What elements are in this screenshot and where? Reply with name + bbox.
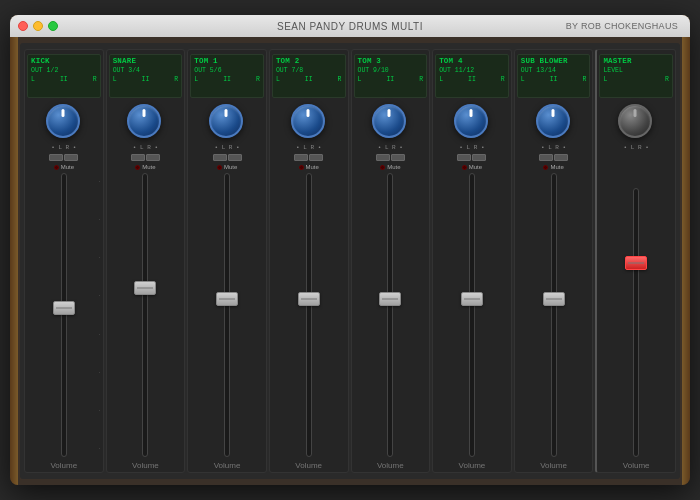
channel-tom3-mute-led	[380, 165, 385, 170]
channel-tom1-knob-area	[209, 104, 245, 140]
channel-master-fader-handle[interactable]	[625, 256, 647, 270]
channel-tom3-knob-area	[372, 104, 408, 140]
channel-tom4-fader-handle[interactable]	[461, 292, 483, 306]
channel-tom4-fader-track[interactable]	[469, 173, 475, 457]
channel-kick-knob[interactable]	[46, 104, 80, 138]
fullscreen-button[interactable]	[48, 21, 58, 31]
mixer-window: SEAN PANDY DRUMS MULTI BY ROB CHOKENGHAU…	[10, 15, 690, 485]
channel-tom3-fader-track[interactable]	[387, 173, 393, 457]
channel-tom4-buttons	[435, 154, 509, 161]
channel-tom4-mute-label[interactable]: Mute	[469, 164, 482, 170]
channel-snare-knob[interactable]	[127, 104, 161, 138]
channel-tom1-btn1[interactable]	[213, 154, 227, 161]
channel-snare-fader-wrapper	[109, 173, 183, 457]
channel-sub-btn1[interactable]	[539, 154, 553, 161]
channel-snare-btn1[interactable]	[131, 154, 145, 161]
channel-tom4-mute-led	[462, 165, 467, 170]
channel-snare-fader-track[interactable]	[142, 173, 148, 457]
traffic-lights	[18, 21, 58, 31]
channel-tom4-lcd: TOM 4 OUT 11/12 LIIR	[435, 54, 509, 98]
minimize-button[interactable]	[33, 21, 43, 31]
mixer-body: KICK OUT 1/2 LIIR • L R • Mute	[20, 43, 680, 479]
channel-tom3-knob[interactable]	[372, 104, 406, 138]
channel-snare-mute-row: Mute	[109, 164, 183, 170]
channel-master-knob-area	[618, 104, 654, 140]
channel-snare-lr: LIIR	[113, 76, 179, 83]
channel-tom2-btn1[interactable]	[294, 154, 308, 161]
channel-tom3-volume-label: Volume	[377, 461, 404, 470]
channel-tom2-mute-led	[299, 165, 304, 170]
channel-tom3-mute-label[interactable]: Mute	[387, 164, 400, 170]
channel-master-name: MASTER	[603, 57, 669, 67]
channel-tom3-lr-label: • L R •	[378, 144, 403, 151]
channel-tom1-mute-led	[217, 165, 222, 170]
channel-tom3-out: OUT 9/10	[358, 67, 424, 75]
channel-sub-out: OUT 13/14	[521, 67, 587, 75]
channel-tom1-fader-track[interactable]	[224, 173, 230, 457]
channel-tom1-mute-label[interactable]: Mute	[224, 164, 237, 170]
channel-snare-btn2[interactable]	[146, 154, 160, 161]
channel-master-volume-label: Volume	[623, 461, 650, 470]
channel-tom3-btn1[interactable]	[376, 154, 390, 161]
channel-snare-lr-label: • L R •	[133, 144, 158, 151]
channel-kick-out: OUT 1/2	[31, 67, 97, 75]
channel-master-knob[interactable]	[618, 104, 652, 138]
channel-tom2-buttons	[272, 154, 346, 161]
channel-sub-knob-area	[536, 104, 572, 140]
channel-snare-fader-handle[interactable]	[134, 281, 156, 295]
channel-tom2-fader-wrapper	[272, 173, 346, 457]
channel-sub-mute-row: Mute	[517, 164, 591, 170]
channel-tom1-volume-label: Volume	[214, 461, 241, 470]
channel-kick-btn1[interactable]	[49, 154, 63, 161]
channel-tom2-lr-label: • L R •	[296, 144, 321, 151]
channel-tom2-fader-track[interactable]	[306, 173, 312, 457]
channel-master-lr-label: • L R •	[624, 144, 649, 151]
channel-tom3-buttons	[354, 154, 428, 161]
channel-tom2-mute-label[interactable]: Mute	[306, 164, 319, 170]
channel-sub-btn2[interactable]	[554, 154, 568, 161]
channel-tom3: TOM 3 OUT 9/10 LIIR • L R • Mute Vol	[351, 49, 431, 473]
channel-sub-knob[interactable]	[536, 104, 570, 138]
channel-kick-lr-label: • L R •	[51, 144, 76, 151]
channel-tom2-fader-handle[interactable]	[298, 292, 320, 306]
channel-kick-mute-label[interactable]: Mute	[61, 164, 74, 170]
channel-sub-mute-label[interactable]: Mute	[550, 164, 563, 170]
channel-tom4-name: TOM 4	[439, 57, 505, 67]
channel-sub-fader-wrapper	[517, 173, 591, 457]
channel-kick-mute-row: Mute	[27, 164, 101, 170]
channel-snare: SNARE OUT 3/4 LIIR • L R • Mute Volu	[106, 49, 186, 473]
channel-tom3-lcd: TOM 3 OUT 9/10 LIIR	[354, 54, 428, 98]
window-title: SEAN PANDY DRUMS MULTI	[277, 21, 423, 32]
channel-tom1-btn2[interactable]	[228, 154, 242, 161]
channel-tom1-fader-handle[interactable]	[216, 292, 238, 306]
channel-tom1-buttons	[190, 154, 264, 161]
channel-tom3-fader-handle[interactable]	[379, 292, 401, 306]
channel-master-fader-track[interactable]	[633, 188, 639, 457]
channel-tom1-knob[interactable]	[209, 104, 243, 138]
channel-tom2-knob[interactable]	[291, 104, 325, 138]
channel-tom2-lcd: TOM 2 OUT 7/8 LIIR	[272, 54, 346, 98]
close-button[interactable]	[18, 21, 28, 31]
channel-tom2-volume-label: Volume	[295, 461, 322, 470]
channel-sub-fader-track[interactable]	[551, 173, 557, 457]
channel-kick-btn2[interactable]	[64, 154, 78, 161]
channel-kick-fader-handle[interactable]	[53, 301, 75, 315]
channel-tom4-lr: LIIR	[439, 76, 505, 83]
channel-tom2-btn2[interactable]	[309, 154, 323, 161]
channel-tom4-btn2[interactable]	[472, 154, 486, 161]
channel-sub-fader-handle[interactable]	[543, 292, 565, 306]
channel-tom1-lcd: TOM 1 OUT 5/6 LIIR	[190, 54, 264, 98]
channel-kick-fader-track[interactable]	[61, 173, 67, 457]
channel-master-lcd: MASTER LEVEL LR	[599, 54, 673, 98]
channel-kick-volume-label: Volume	[50, 461, 77, 470]
channel-master: MASTER LEVEL LR • L R • Volume	[595, 49, 676, 473]
channel-tom4-btn1[interactable]	[457, 154, 471, 161]
channel-tom2: TOM 2 OUT 7/8 LIIR • L R • Mute Volu	[269, 49, 349, 473]
channel-sub-lcd: SUB BLOWER OUT 13/14 LIIR	[517, 54, 591, 98]
channel-tom3-btn2[interactable]	[391, 154, 405, 161]
channel-tom4-knob[interactable]	[454, 104, 488, 138]
channel-tom4-out: OUT 11/12	[439, 67, 505, 75]
channel-snare-mute-label[interactable]: Mute	[142, 164, 155, 170]
window-subtitle: BY ROB CHOKENGHAUS	[566, 21, 678, 31]
wood-panel-left	[10, 15, 18, 485]
